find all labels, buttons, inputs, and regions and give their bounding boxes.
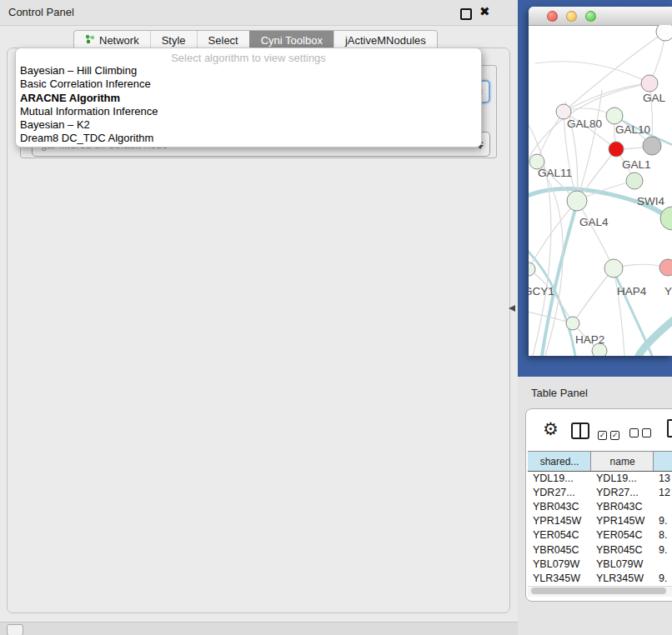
- node-label-gcy1: GCY1: [529, 285, 554, 298]
- node-label-gal10: GAL10: [615, 123, 650, 136]
- table-panel-box: ⚙ ✓✓ shared...nameA YDL19...YDL19...13YD…: [525, 408, 672, 602]
- network-edge[interactable]: [535, 62, 649, 83]
- gear-icon[interactable]: ⚙: [543, 419, 559, 439]
- column-header-a[interactable]: A: [654, 452, 672, 471]
- table-cell[interactable]: YDR27...: [591, 487, 654, 498]
- popup-header: Select algorithm to view settings: [16, 52, 481, 64]
- column-header-shared[interactable]: shared...: [528, 452, 591, 471]
- table-cell[interactable]: YER054C: [591, 529, 654, 541]
- split-columns-icon[interactable]: [571, 422, 589, 439]
- algorithm-option-aracne-algorithm[interactable]: ARACNE Algorithm: [16, 92, 481, 105]
- table-cell[interactable]: 8.: [654, 529, 672, 541]
- table-row[interactable]: YDR27...YDR27...12: [528, 485, 672, 499]
- node-label-gal80: GAL80: [567, 118, 602, 130]
- algorithm-option-bayesian-hill-climbing[interactable]: Bayesian – Hill Climbing: [16, 64, 481, 78]
- tab-select[interactable]: Select: [197, 31, 249, 49]
- tab-label: Style: [162, 34, 186, 47]
- network-window-titlebar[interactable]: [529, 7, 672, 26]
- tab-cyni-toolbox[interactable]: Cyni Toolbox: [249, 31, 333, 49]
- table-cell[interactable]: YBL079W: [528, 558, 591, 570]
- tab-label: Select: [208, 34, 238, 47]
- algorithm-option-mutual-information-inference[interactable]: Mutual Information Inference: [16, 105, 481, 118]
- node-gal1[interactable]: [609, 142, 624, 157]
- node-gray[interactable]: [643, 137, 661, 155]
- table-cell[interactable]: YBL079W: [591, 558, 654, 570]
- table-cell[interactable]: 12: [654, 487, 672, 498]
- node-label-swi4: SWI4: [637, 195, 664, 208]
- table-cell[interactable]: 9.: [654, 572, 672, 584]
- tab-network[interactable]: Network: [74, 31, 150, 49]
- table-hscrollbar-thumb[interactable]: [531, 588, 666, 594]
- table-cell[interactable]: 9.: [654, 544, 672, 556]
- node-label-gal1: GAL1: [622, 158, 651, 171]
- table-cell[interactable]: YBR045C: [591, 544, 654, 556]
- show-columns-icon[interactable]: ✓✓: [598, 426, 623, 441]
- column-header-name[interactable]: name: [591, 452, 654, 471]
- node-right-big[interactable]: [660, 207, 672, 230]
- table-panel-title: Table Panel: [531, 387, 588, 399]
- table-panel-section: Table Panel ⚙ ✓✓ shared...nameA YDL19...…: [518, 377, 672, 635]
- close-icon[interactable]: ✖: [479, 4, 490, 19]
- network-window[interactable]: GALGAL80GAL10GAL1GAL11SWI4GAL4GCY1HAP4YH…: [529, 7, 672, 356]
- node-label-gal: GAL: [643, 92, 666, 104]
- right-region: GALGAL80GAL10GAL1GAL11SWI4GAL4GCY1HAP4YH…: [518, 0, 672, 635]
- table-cell[interactable]: YPR145W: [528, 515, 591, 527]
- network-edge[interactable]: [573, 268, 614, 323]
- tab-label: Cyni Toolbox: [261, 34, 323, 47]
- table-row[interactable]: YER054CYER054C8.: [528, 528, 672, 542]
- node-label-hap2: HAP2: [575, 333, 604, 346]
- node-gal2[interactable]: [641, 75, 658, 92]
- network-canvas[interactable]: GALGAL80GAL10GAL1GAL11SWI4GAL4GCY1HAP4YH…: [529, 25, 672, 356]
- table-cell[interactable]: YDL19...: [591, 472, 654, 484]
- tab-jactivemnodules[interactable]: jActiveMNodules: [333, 31, 437, 49]
- float-panel-icon[interactable]: [460, 8, 472, 20]
- table-row[interactable]: YPR145WYPR145W9.: [528, 514, 672, 528]
- table-cell[interactable]: YBR045C: [528, 544, 591, 556]
- algorithm-option-list: Bayesian – Hill ClimbingBasic Correlatio…: [16, 64, 481, 146]
- algorithm-option-dream8-dc-tdc-algorithm[interactable]: Dream8 DC_TDC Algorithm: [16, 132, 481, 145]
- table-cell[interactable]: YBR043C: [528, 501, 591, 512]
- table-cell[interactable]: YDL19...: [528, 472, 591, 484]
- export-table-icon[interactable]: [667, 419, 672, 438]
- table-row[interactable]: YBR043CYBR043C: [528, 499, 672, 513]
- node-label-y: Y: [664, 285, 672, 298]
- table-cell[interactable]: YER054C: [528, 529, 591, 541]
- node-salmon[interactable]: [659, 259, 672, 276]
- tab-style[interactable]: Style: [150, 31, 197, 49]
- node-swi4[interactable]: [626, 172, 643, 189]
- table-cell[interactable]: YLR345W: [528, 572, 591, 584]
- node-hap2[interactable]: [566, 317, 579, 330]
- node-gal10[interactable]: [606, 108, 623, 124]
- network-desktop: GALGAL80GAL10GAL1GAL11SWI4GAL4GCY1HAP4YH…: [518, 0, 672, 377]
- tab-label: Network: [99, 34, 139, 47]
- table-cell[interactable]: YBR043C: [591, 501, 654, 512]
- network-edge[interactable]: [564, 83, 649, 112]
- bottom-strip: [0, 622, 518, 635]
- algorithm-option-basic-correlation-inference[interactable]: Basic Correlation Inference: [16, 78, 481, 91]
- table-row[interactable]: YDL19...YDL19...13: [528, 471, 672, 485]
- table-cell[interactable]: 13: [654, 472, 672, 484]
- node-label-gal4: GAL4: [579, 216, 609, 228]
- zoom-traffic-light[interactable]: [585, 11, 596, 22]
- node-label-hap4: HAP4: [617, 285, 647, 298]
- table-cell[interactable]: YPR145W: [591, 515, 654, 527]
- table-cell[interactable]: YDR27...: [528, 487, 591, 498]
- network-icon: [85, 34, 95, 47]
- minimize-traffic-light[interactable]: [566, 11, 577, 22]
- table-cell[interactable]: YLR345W: [591, 572, 654, 584]
- close-traffic-light[interactable]: [547, 11, 558, 22]
- table-cell[interactable]: 9.: [654, 515, 672, 527]
- table-header-row: shared...nameA: [528, 451, 672, 472]
- algorithm-option-bayesian-k2[interactable]: Bayesian – K2: [16, 118, 481, 132]
- node-top-partial[interactable]: [656, 25, 672, 41]
- node-hap4[interactable]: [604, 259, 623, 278]
- panel-title: Control Panel: [8, 6, 74, 18]
- table-row[interactable]: YBL079WYBL079W: [528, 557, 672, 571]
- tab-label: jActiveMNodules: [345, 34, 426, 47]
- table-row[interactable]: YLR345WYLR345W9.: [528, 571, 672, 585]
- hide-columns-icon[interactable]: [629, 426, 654, 441]
- table-row[interactable]: YBR045CYBR045C9.: [528, 542, 672, 557]
- node-gal4[interactable]: [567, 191, 587, 211]
- minimized-panel-button[interactable]: [7, 624, 23, 635]
- network-edge[interactable]: [577, 201, 614, 268]
